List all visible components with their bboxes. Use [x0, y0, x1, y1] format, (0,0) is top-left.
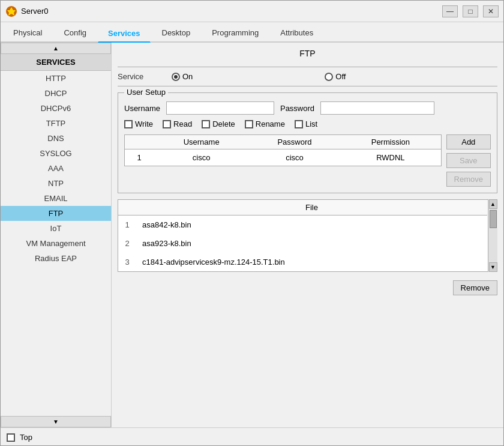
tab-programming[interactable]: Programming	[202, 23, 269, 41]
rename-checkbox[interactable]	[245, 120, 253, 128]
sidebar-item-vm-management[interactable]: VM Management	[1, 236, 111, 251]
list-checkbox[interactable]	[295, 120, 303, 128]
service-label: Service	[118, 72, 154, 81]
list-label: List	[305, 119, 317, 128]
service-on-radio[interactable]	[172, 73, 180, 81]
delete-checkbox[interactable]	[202, 120, 210, 128]
scroll-thumb[interactable]	[490, 210, 497, 228]
row-num: 1	[125, 149, 154, 166]
table-buttons: Add Save Remove	[446, 134, 491, 187]
top-checkbox[interactable]	[7, 433, 15, 442]
sidebar-item-dhcpv6[interactable]: DHCPv6	[1, 101, 111, 116]
checkbox-list[interactable]: List	[295, 119, 317, 128]
col-password: Password	[249, 135, 340, 149]
service-on-label: On	[182, 72, 193, 81]
checkboxes-row: Write Read Delete Rename List	[124, 119, 491, 128]
sidebar-item-ntp[interactable]: NTP	[1, 176, 111, 191]
scroll-up-arrow[interactable]: ▲	[489, 199, 497, 209]
minimize-button[interactable]: —	[442, 5, 458, 17]
username-label: Username	[124, 104, 160, 113]
sidebar-item-tftp[interactable]: TFTP	[1, 116, 111, 131]
file-num-3: 3	[118, 253, 136, 271]
app-icon	[5, 5, 17, 17]
sidebar-list: HTTP DHCP DHCPv6 TFTP DNS SYSLOG AAA NTP…	[1, 71, 111, 416]
write-label: Write	[135, 119, 153, 128]
right-panel: FTP Service On Off User Setup Username	[112, 43, 503, 427]
titlebar: Server0 — □ ✕	[1, 1, 503, 22]
file-scrollbar[interactable]: ▲ ▼	[488, 199, 497, 272]
sidebar-item-dhcp[interactable]: DHCP	[1, 86, 111, 101]
file-num-1: 1	[118, 215, 136, 235]
user-remove-button[interactable]: Remove	[446, 172, 491, 187]
file-remove-button[interactable]: Remove	[453, 280, 497, 295]
service-on-option[interactable]: On	[172, 72, 193, 81]
file-section: File 1 asa842-k8.bin 2 asa923-k8.bin	[118, 199, 497, 272]
checkbox-rename[interactable]: Rename	[245, 119, 285, 128]
user-setup-section: User Setup Username Password Write Read	[118, 92, 497, 193]
write-checkbox[interactable]	[124, 120, 133, 128]
radio-group: On Off	[172, 72, 346, 81]
file-col: File	[136, 200, 487, 215]
checkbox-write[interactable]: Write	[124, 119, 153, 128]
checkbox-delete[interactable]: Delete	[202, 119, 235, 128]
file-name-2: asa923-k8.bin	[136, 234, 487, 253]
file-list-section: File 1 asa842-k8.bin 2 asa923-k8.bin	[118, 199, 497, 272]
file-num-2: 2	[118, 234, 136, 253]
tab-services[interactable]: Services	[98, 25, 151, 43]
row-password: cisco	[249, 149, 340, 166]
save-button[interactable]: Save	[446, 153, 491, 168]
checkbox-read[interactable]: Read	[163, 119, 192, 128]
file-table: File 1 asa842-k8.bin 2 asa923-k8.bin	[118, 200, 487, 271]
password-input[interactable]	[320, 101, 434, 115]
titlebar-controls: — □ ✕	[442, 5, 499, 17]
service-off-option[interactable]: Off	[325, 72, 346, 81]
sidebar-item-radius-eap[interactable]: Radius EAP	[1, 251, 111, 266]
read-checkbox[interactable]	[163, 120, 171, 128]
top-label: Top	[20, 433, 32, 442]
user-table: Username Password Permission 1 cisco cis…	[125, 135, 441, 166]
service-row: Service On Off	[118, 67, 497, 86]
col-username: Username	[154, 135, 248, 149]
main-content: ▲ SERVICES HTTP DHCP DHCPv6 TFTP DNS SYS…	[1, 43, 503, 427]
col-num	[125, 135, 154, 149]
service-off-label: Off	[335, 72, 346, 81]
sidebar-item-iot[interactable]: IoT	[1, 221, 111, 236]
user-setup-legend: User Setup	[124, 88, 168, 97]
remove-btn-row: Remove	[118, 278, 497, 298]
password-label: Password	[280, 104, 314, 113]
add-button[interactable]: Add	[446, 134, 491, 149]
row-username: cisco	[154, 149, 248, 166]
sidebar-item-email[interactable]: EMAIL	[1, 191, 111, 206]
file-row-1[interactable]: 1 asa842-k8.bin	[118, 215, 487, 235]
sidebar-item-syslog[interactable]: SYSLOG	[1, 146, 111, 161]
sidebar-item-aaa[interactable]: AAA	[1, 161, 111, 176]
delete-label: Delete	[212, 119, 235, 128]
ftp-title: FTP	[118, 49, 497, 58]
read-label: Read	[173, 119, 192, 128]
sidebar-item-ftp[interactable]: FTP	[1, 206, 111, 221]
tab-attributes[interactable]: Attributes	[270, 23, 323, 41]
sidebar-item-dns[interactable]: DNS	[1, 131, 111, 146]
table-row[interactable]: 1 cisco cisco RWDNL	[125, 149, 441, 166]
titlebar-left: Server0	[5, 5, 49, 17]
close-button[interactable]: ✕	[483, 5, 499, 17]
user-table-container: Username Password Permission 1 cisco cis…	[124, 134, 442, 166]
scroll-down-arrow[interactable]: ▼	[489, 262, 497, 272]
col-permission: Permission	[340, 135, 440, 149]
tabbar: Physical Config Services Desktop Program…	[1, 22, 503, 43]
user-table-wrapper: Username Password Permission 1 cisco cis…	[124, 134, 491, 187]
titlebar-title: Server0	[21, 7, 49, 16]
maximize-button[interactable]: □	[463, 5, 478, 17]
tab-desktop[interactable]: Desktop	[152, 23, 201, 41]
sidebar-scroll-down[interactable]: ▼	[1, 416, 111, 427]
file-row-2[interactable]: 2 asa923-k8.bin	[118, 234, 487, 253]
service-off-radio[interactable]	[325, 73, 333, 81]
tab-config[interactable]: Config	[53, 23, 97, 41]
username-input[interactable]	[166, 101, 274, 115]
sidebar-scroll-up[interactable]: ▲	[1, 43, 111, 54]
tab-physical[interactable]: Physical	[3, 23, 52, 41]
sidebar: ▲ SERVICES HTTP DHCP DHCPv6 TFTP DNS SYS…	[1, 43, 112, 427]
sidebar-header: SERVICES	[1, 54, 111, 71]
file-row-3[interactable]: 3 c1841-advipservicesk9-mz.124-15.T1.bin	[118, 253, 487, 271]
sidebar-item-http[interactable]: HTTP	[1, 71, 111, 86]
